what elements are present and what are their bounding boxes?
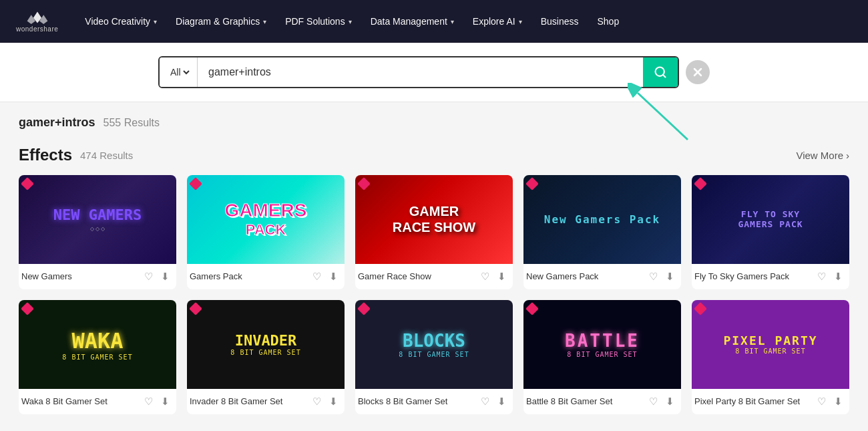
nav-item-pdf-solutions[interactable]: PDF Solutions ▾ [277,11,359,32]
search-section: All [0,43,868,102]
premium-icon [189,177,202,190]
premium-icon [357,302,371,315]
premium-icon [525,177,539,190]
search-filter-select[interactable]: All [168,66,192,78]
nav-item-shop[interactable]: Shop [589,11,627,32]
card-download-button[interactable]: ⬇ [833,394,844,409]
card-download-button[interactable]: ⬇ [833,269,844,284]
card-download-button[interactable]: ⬇ [496,269,507,284]
view-more-button[interactable]: View More › [796,150,849,161]
card-title-row: Gamer Race Show ♡ ⬇ [355,264,513,289]
card-download-button[interactable]: ⬇ [160,269,171,284]
card-download-button[interactable]: ⬇ [328,394,339,409]
card-like-button[interactable]: ♡ [816,394,827,409]
search-filter[interactable]: All [160,57,198,87]
nav-item-business[interactable]: Business [533,11,587,32]
card-waka[interactable]: WAKA 8 BIT GAMER SET Waka 8 Bit Gamer Se… [19,300,176,414]
card-fly-to-sky-gamers-pack[interactable]: FLY TO SKYGAMERS PACK Fly To Sky Gamers … [692,175,849,289]
search-icon [654,65,667,79]
card-blocks[interactable]: BLOCKS 8 BIT GAMER SET Blocks 8 Bit Game… [355,300,513,414]
card-actions: ♡ ⬇ [143,394,171,409]
card-pixel-party[interactable]: PIXEL PARTY 8 BIT GAMER SET Pixel Party … [692,300,849,414]
search-input[interactable] [198,57,643,87]
search-bar: All [158,56,679,88]
card-like-button[interactable]: ♡ [143,269,154,284]
chevron-right-icon: › [846,150,849,161]
card-actions: ♡ ⬇ [479,269,507,284]
card-like-button[interactable]: ♡ [143,394,154,409]
card-thumbnail: NEW GAMERS ◇ ◇ ◇ [19,175,176,264]
card-actions: ♡ ⬇ [816,269,844,284]
card-like-button[interactable]: ♡ [311,394,322,409]
premium-icon [21,177,34,190]
card-actions: ♡ ⬇ [816,394,844,409]
effects-section: Effects 474 Results View More › NEW GAME… [19,146,849,414]
card-download-button[interactable]: ⬇ [496,394,507,409]
chevron-down-icon: ▾ [349,18,352,25]
card-new-gamers[interactable]: NEW GAMERS ◇ ◇ ◇ New Gamers ♡ ⬇ [19,175,176,289]
card-download-button[interactable]: ⬇ [664,269,676,284]
card-title: Fly To Sky Gamers Pack [694,271,789,281]
card-like-button[interactable]: ♡ [311,269,322,284]
card-title: New Gamers [21,271,72,281]
card-thumbnail: New Gamers Pack [523,175,681,264]
premium-icon [357,177,371,190]
card-title-row: New Gamers Pack ♡ ⬇ [523,264,681,289]
nav-item-diagram-graphics[interactable]: Diagram & Graphics ▾ [168,11,274,32]
card-title-row: New Gamers ♡ ⬇ [19,264,176,289]
effects-title-wrap: Effects 474 Results [19,146,133,164]
search-clear-button[interactable] [686,60,710,84]
chevron-down-icon: ▾ [451,18,454,25]
card-thumbnail: FLY TO SKYGAMERS PACK [692,175,849,264]
card-thumbnail: INVADER 8 BIT GAMER SET [187,300,345,389]
card-thumbnail: PIXEL PARTY 8 BIT GAMER SET [692,300,849,389]
card-gamers-pack[interactable]: GAMERS PACK Gamers Pack ♡ ⬇ [187,175,345,289]
card-like-button[interactable]: ♡ [479,269,491,284]
card-actions: ♡ ⬇ [479,394,507,409]
card-actions: ♡ ⬇ [143,269,171,284]
logo[interactable]: wondershare [16,11,58,33]
search-button[interactable] [643,57,678,87]
card-thumbnail: BATTLE 8 BIT GAMER SET [523,300,681,389]
navbar: wondershare Video Creativity ▾ Diagram &… [0,0,868,43]
svg-line-1 [663,75,666,78]
card-download-button[interactable]: ⬇ [328,269,339,284]
card-title: Invader 8 Bit Gamer Set [190,396,282,406]
card-new-gamers-pack[interactable]: New Gamers Pack New Gamers Pack ♡ ⬇ [523,175,681,289]
premium-icon [21,302,34,315]
nav-item-data-management[interactable]: Data Management ▾ [363,11,462,32]
card-like-button[interactable]: ♡ [648,394,659,409]
card-thumbnail: WAKA 8 BIT GAMER SET [19,300,176,389]
card-title: New Gamers Pack [526,271,598,281]
card-gamer-race-show[interactable]: GAMERRACE SHOW Gamer Race Show ♡ ⬇ [355,175,513,289]
card-thumbnail: BLOCKS 8 BIT GAMER SET [355,300,513,389]
nav-item-video-creativity[interactable]: Video Creativity ▾ [77,11,165,32]
card-like-button[interactable]: ♡ [816,269,827,284]
card-actions: ♡ ⬇ [311,269,339,284]
premium-icon [694,302,707,315]
card-title: Battle 8 Bit Gamer Set [526,396,612,406]
card-thumbnail: GAMERRACE SHOW [355,175,513,264]
card-download-button[interactable]: ⬇ [664,394,676,409]
card-actions: ♡ ⬇ [311,394,339,409]
card-title-row: Fly To Sky Gamers Pack ♡ ⬇ [692,264,849,289]
card-title-row: Battle 8 Bit Gamer Set ♡ ⬇ [523,389,681,414]
card-like-button[interactable]: ♡ [479,394,491,409]
card-actions: ♡ ⬇ [648,269,676,284]
premium-icon [189,302,202,315]
search-results-count: 555 Results [103,117,160,129]
nav-items: Video Creativity ▾ Diagram & Graphics ▾ … [77,11,852,32]
nav-item-explore-ai[interactable]: Explore AI ▾ [465,11,530,32]
card-battle[interactable]: BATTLE 8 BIT GAMER SET Battle 8 Bit Game… [523,300,681,414]
close-icon [693,67,702,77]
effects-grid: NEW GAMERS ◇ ◇ ◇ New Gamers ♡ ⬇ [19,175,849,414]
card-invader[interactable]: INVADER 8 BIT GAMER SET Invader 8 Bit Ga… [187,300,345,414]
card-title-row: Invader 8 Bit Gamer Set ♡ ⬇ [187,389,345,414]
card-actions: ♡ ⬇ [648,394,676,409]
card-like-button[interactable]: ♡ [648,269,659,284]
card-title-row: Blocks 8 Bit Gamer Set ♡ ⬇ [355,389,513,414]
card-download-button[interactable]: ⬇ [160,394,171,409]
effects-section-count: 474 Results [80,150,133,161]
chevron-down-icon: ▾ [263,18,266,25]
chevron-down-icon: ▾ [519,18,522,25]
